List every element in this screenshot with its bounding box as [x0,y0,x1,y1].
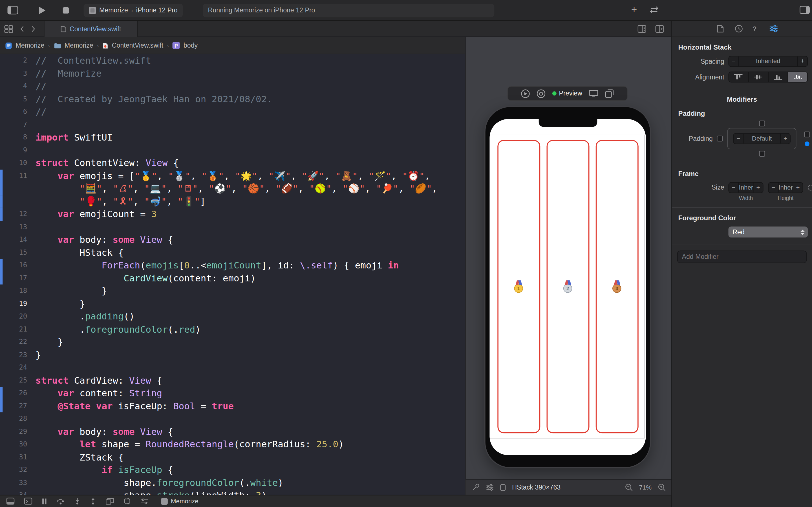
padding-top-checkbox[interactable] [759,121,765,126]
code-line[interactable]: 11 var emojis = ["🥇", "🥈", "🥉", "🌟", "✈️… [0,169,465,182]
height-stepper[interactable]: − Inher + [768,182,803,193]
code-line[interactable]: 32 if isFaceUp { [0,464,465,476]
memory-icon[interactable] [123,498,131,505]
line-number[interactable]: 22 [0,336,27,348]
chevron-right-icon[interactable] [31,25,36,33]
split-editor-icon[interactable] [655,25,664,33]
memorize-card[interactable]: 3 [596,140,638,434]
line-number[interactable]: 16 [0,259,27,272]
run-button[interactable] [39,6,46,15]
align-bottom-button[interactable] [768,72,788,82]
add-modifier-field[interactable]: Add Modifier [677,251,807,263]
line-number[interactable]: 11 [0,169,27,182]
code-line[interactable]: 25struct CardView: View { [0,374,465,387]
line-number[interactable]: 7 [0,118,27,131]
line-number[interactable]: 8 [0,131,27,144]
memorize-card[interactable]: 2 [546,140,589,434]
width-decrement-button[interactable]: − [729,183,738,193]
line-number[interactable]: 6 [0,105,27,118]
code-line[interactable]: 7 [0,118,465,131]
minimap-icon[interactable] [638,25,647,33]
code-line[interactable]: 22 } [0,336,465,348]
code-line[interactable]: 23} [0,348,465,361]
padding-decrement-button[interactable]: − [733,133,743,144]
line-number[interactable]: 19 [0,297,27,310]
foreground-color-popup[interactable]: Red [728,226,808,237]
step-out-icon[interactable] [90,498,96,505]
code-line[interactable]: 20 .padding() [0,310,465,323]
swap-arrows-icon[interactable] [649,6,659,14]
code-line[interactable]: 9 [0,144,465,157]
pin-icon[interactable] [472,483,480,491]
code-line[interactable]: 29 var body: some View { [0,425,465,438]
code-line[interactable]: 4// [0,80,465,93]
file-inspector-tab[interactable] [717,24,724,33]
breadcrumb-project[interactable]: Memorize [16,42,45,49]
inspector-toggle-icon[interactable] [800,6,810,14]
breadcrumb-file[interactable]: ContentView.swift [112,42,163,49]
spacing-increment-button[interactable]: + [798,56,807,66]
code-line[interactable]: 3// Memorize [0,67,465,80]
selection-label[interactable]: HStack 390×763 [512,484,560,491]
code-line[interactable]: 24 [0,361,465,374]
code-line[interactable]: 17 CardView(content: emoji) [0,272,465,284]
code-line[interactable]: "🥊", "🎗", "🤿", "🚦"] [0,195,465,208]
line-number[interactable]: 28 [0,412,27,425]
breadcrumb-symbol[interactable]: body [184,42,198,49]
code-line[interactable]: 6// [0,105,465,118]
line-number[interactable]: 18 [0,284,27,297]
code-line[interactable]: 21 .foregroundColor(.red) [0,323,465,335]
live-preview-button[interactable] [521,89,530,98]
sliders-icon[interactable] [486,484,494,491]
selectable-mode-button[interactable] [537,89,546,98]
duplicate-preview-button[interactable] [605,89,614,98]
line-number[interactable]: 33 [0,476,27,489]
line-number[interactable]: 26 [0,387,27,399]
line-number[interactable]: 2 [0,54,27,67]
memorize-console-tab[interactable]: Memorize [161,498,199,505]
line-number[interactable]: 32 [0,464,27,476]
zoom-out-icon[interactable] [625,483,633,491]
code-line[interactable]: 12 var emojiCount = 3 [0,208,465,221]
overrides-icon[interactable] [141,498,149,504]
code-line[interactable]: 5// Created by JeongTaek Han on 2021/08/… [0,93,465,105]
height-increment-button[interactable]: + [793,183,802,193]
line-number[interactable]: 27 [0,400,27,412]
code-line[interactable]: 30 let shape = RoundedRectangle(cornerRa… [0,438,465,451]
code-line[interactable]: "🧮", "🖨", "💻", "🖥", "⚽️", "🏀", "🏈", "🥎",… [0,182,465,195]
stop-button[interactable] [63,7,69,13]
spacing-decrement-button[interactable]: − [729,56,738,66]
line-number[interactable]: 15 [0,246,27,259]
breadcrumb-group[interactable]: Memorize [64,42,93,49]
code-line[interactable]: 31 ZStack { [0,451,465,463]
line-number[interactable]: 24 [0,361,27,374]
line-number[interactable]: 20 [0,310,27,323]
zoom-in-icon[interactable] [658,483,666,491]
code-line[interactable]: 19 } [0,297,465,310]
line-number[interactable]: 12 [0,208,27,221]
code-line[interactable]: 14 var body: some View { [0,233,465,246]
help-inspector-tab[interactable]: ? [753,25,757,33]
device-preview-button[interactable] [589,89,598,98]
scheme-selector[interactable]: Memorize › iPhone 12 Pro [84,4,183,17]
chevron-left-icon[interactable] [20,25,24,33]
zoom-level[interactable]: 71% [639,484,652,491]
line-number[interactable]: 3 [0,67,27,80]
height-decrement-button[interactable]: − [769,183,778,193]
padding-increment-button[interactable]: + [781,133,790,144]
line-number[interactable]: 23 [0,348,27,361]
code-line[interactable]: 33 shape.foregroundColor(.white) [0,476,465,489]
line-number[interactable]: 25 [0,374,27,387]
add-button[interactable]: + [631,4,637,16]
line-number[interactable]: 4 [0,80,27,93]
line-number[interactable]: 17 [0,272,27,284]
line-number[interactable]: 29 [0,425,27,438]
padding-right-checkbox[interactable] [804,131,810,137]
view-debugger-icon[interactable] [105,498,114,505]
code-line[interactable]: 13 [0,221,465,233]
line-number[interactable]: 13 [0,221,27,233]
code-line[interactable]: 34 shape.stroke(lineWidth: 3) [0,489,465,495]
code-line[interactable]: 18 } [0,284,465,297]
align-top-button[interactable] [729,72,748,82]
frame-ring-indicator[interactable] [808,185,812,190]
